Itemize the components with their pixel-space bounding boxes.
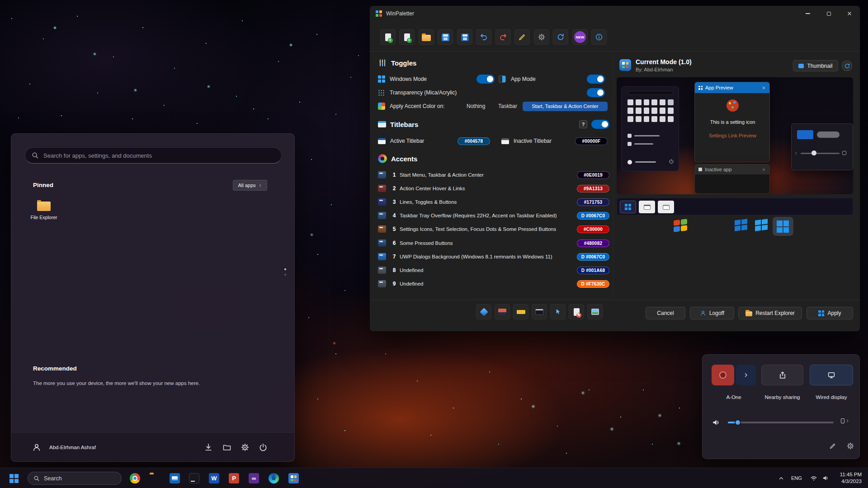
taskbar-visual-studio-button[interactable]: ∞ <box>249 473 259 483</box>
nearby-sharing-tile-button[interactable] <box>761 365 803 385</box>
tray-volume-button[interactable] <box>822 474 829 482</box>
titlebars-help-button[interactable]: ? <box>579 120 587 128</box>
audio-output-select-button[interactable] <box>841 418 849 423</box>
documents-button[interactable] <box>222 443 231 452</box>
wallpaper-tool-button[interactable] <box>495 304 510 319</box>
save-theme-button[interactable] <box>438 29 453 45</box>
a-one-expand-button[interactable] <box>736 365 756 385</box>
windows-10-icon[interactable] <box>755 219 768 231</box>
app-mode-toggle[interactable] <box>587 75 605 84</box>
accent-color-badge[interactable]: D #001A68 <box>577 267 609 274</box>
active-titlebar-color-badge[interactable]: #004578 <box>458 137 490 145</box>
fonts-metrics-tool-button[interactable] <box>513 304 528 319</box>
accent-color-badge[interactable]: D #0067C0 <box>577 253 609 261</box>
about-button[interactable] <box>591 29 607 45</box>
windows-11-icon[interactable] <box>777 221 789 233</box>
accent-row[interactable]: 7 UWP Dialogs Background (Windows 8.1 re… <box>378 251 609 263</box>
taskbar-edge-button[interactable] <box>269 473 279 483</box>
start-button[interactable] <box>9 474 19 483</box>
thumbnail-button[interactable]: Thumbnail <box>793 60 838 71</box>
accent-option-nothing[interactable]: Nothing <box>467 103 485 109</box>
accent-row[interactable]: 8 Undefined D #001A68 <box>378 264 609 276</box>
taskbar-word-button[interactable]: W <box>209 473 219 483</box>
tray-language-button[interactable]: ENG <box>791 475 802 481</box>
preview-mode-dark-button[interactable] <box>620 201 636 213</box>
accent-color-badge[interactable]: #C00000 <box>577 225 609 233</box>
titlebars-toggle[interactable] <box>591 120 609 129</box>
preview-mode-classic-button[interactable] <box>658 201 674 213</box>
tray-show-hidden-button[interactable] <box>778 476 784 481</box>
a-one-tile-button[interactable] <box>712 365 734 385</box>
accent-color-badge[interactable]: #9A1313 <box>577 185 609 192</box>
terminal-tool-button[interactable] <box>532 304 547 319</box>
restart-explorer-button[interactable]: Restart Explorer <box>738 307 802 319</box>
taskbar-chrome-button[interactable] <box>130 473 140 483</box>
theme-file-tool-button[interactable]: ✎ <box>569 304 584 319</box>
check-updates-button[interactable] <box>553 29 568 45</box>
accent-row[interactable]: 9 Undefined D #F7630C <box>378 278 609 290</box>
app-settings-button[interactable] <box>534 29 549 45</box>
downloads-button[interactable] <box>204 443 213 452</box>
taskbar-powerpoint-button[interactable]: P <box>229 473 239 483</box>
edit-quick-settings-button[interactable] <box>829 442 836 450</box>
new-theme-button[interactable]: + <box>380 29 396 45</box>
pinned-page-dot[interactable] <box>284 274 286 276</box>
minimize-button[interactable] <box>797 6 818 21</box>
cursors-tool-button[interactable] <box>550 304 566 319</box>
settings-link-preview[interactable]: Settings Link Preview <box>695 133 770 138</box>
taskbar-outlook-button[interactable] <box>170 473 180 483</box>
volume-slider-knob[interactable] <box>735 419 741 426</box>
refresh-preview-button[interactable] <box>842 61 852 71</box>
window-titlebar[interactable]: WinPaletter <box>370 6 860 21</box>
close-button[interactable] <box>839 6 860 21</box>
accent-row[interactable]: 4 Taskbar Tray Overflow (Requires 22H2, … <box>378 210 609 221</box>
accent-color-badge[interactable]: #480082 <box>577 239 609 247</box>
undo-button[interactable] <box>476 29 491 45</box>
accent-row[interactable]: 6 Some Pressed Buttons #480082 <box>378 237 609 249</box>
open-theme-button[interactable] <box>419 29 434 45</box>
screenshot-tool-button[interactable] <box>587 304 603 319</box>
apply-button[interactable]: Apply <box>807 307 853 319</box>
start-search-box[interactable] <box>25 147 282 164</box>
accent-row[interactable]: 2 Action Center Hover & Links #9A1313 <box>378 183 609 194</box>
accent-row[interactable]: 1 Start Menu, Taskbar & Action Center #0… <box>378 169 609 181</box>
windows-8-icon[interactable] <box>735 219 747 231</box>
taskbar-terminal-button[interactable] <box>189 473 199 483</box>
preview-mode-light-button[interactable] <box>639 201 655 213</box>
accent-option-taskbar[interactable]: Taskbar <box>498 103 517 109</box>
accent-row[interactable]: 3 Lines, Toggles & Buttons #171753 <box>378 196 609 208</box>
wired-display-tile-button[interactable] <box>810 365 853 385</box>
accent-row[interactable]: 5 Settings Icons, Text Selection, Focus … <box>378 223 609 235</box>
save-theme-as-button[interactable] <box>457 29 472 45</box>
pinned-page-dot-active[interactable] <box>284 268 286 270</box>
start-search-input[interactable] <box>43 152 275 159</box>
redo-button[interactable] <box>495 29 511 45</box>
windows-mode-toggle[interactable] <box>476 75 495 84</box>
user-profile-button[interactable]: Abd-Elrhman Ashraf <box>29 438 96 456</box>
tray-clock-button[interactable]: 11:45 PM 4/3/2023 <box>840 471 862 485</box>
accent-color-badge[interactable]: #171753 <box>577 198 609 206</box>
maximize-button[interactable] <box>818 6 839 21</box>
tray-network-button[interactable] <box>810 474 817 482</box>
cancel-button[interactable]: Cancel <box>646 307 685 319</box>
taskbar-winpaletter-button[interactable] <box>288 473 299 483</box>
import-theme-button[interactable]: + <box>399 29 415 45</box>
metrics-tool-button[interactable] <box>476 304 491 319</box>
power-button[interactable] <box>259 443 268 452</box>
all-apps-button[interactable]: All apps <box>233 180 267 191</box>
inactive-titlebar-color-badge[interactable]: #00000F <box>575 137 608 145</box>
volume-slider-track[interactable] <box>728 422 834 423</box>
taskbar-search-box[interactable]: Search <box>28 472 122 485</box>
all-settings-button[interactable] <box>846 442 854 450</box>
logoff-button[interactable]: Logoff <box>690 307 734 319</box>
accent-color-badge[interactable]: D #0067C0 <box>577 212 609 220</box>
windows-xp-icon[interactable] <box>674 219 687 232</box>
transparency-toggle[interactable] <box>587 88 605 97</box>
whats-new-button[interactable]: NEW <box>572 29 588 45</box>
pinned-app-file-explorer[interactable]: File Explorer <box>27 196 61 230</box>
volume-speaker-icon[interactable] <box>712 418 721 427</box>
accent-option-start-taskbar-ac[interactable]: Start, Taskbar & Action Center <box>523 102 608 111</box>
accent-color-badge[interactable]: D #F7630C <box>577 280 609 288</box>
settings-button[interactable] <box>241 443 250 452</box>
edit-button[interactable] <box>514 29 530 45</box>
